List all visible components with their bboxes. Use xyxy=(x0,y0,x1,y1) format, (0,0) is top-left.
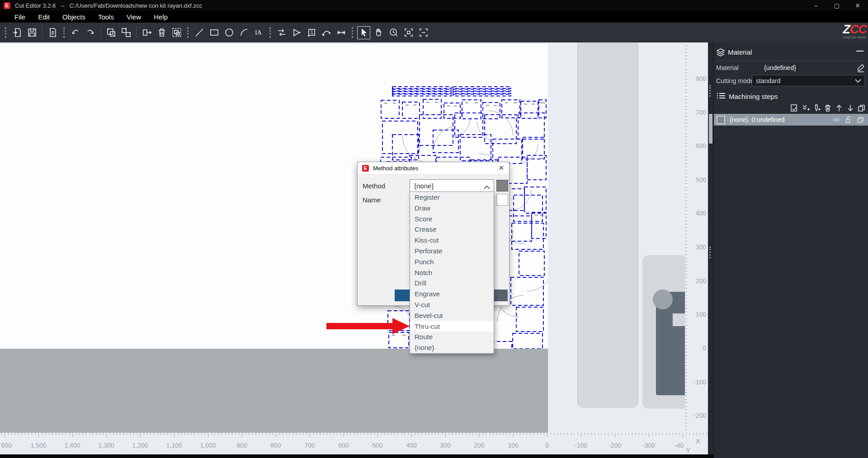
add-steps-icon[interactable] xyxy=(801,103,810,112)
pan-hand-icon[interactable] xyxy=(372,26,385,39)
method-option-perforate[interactable]: Perforate xyxy=(410,246,494,257)
delete-trash-icon[interactable] xyxy=(155,26,168,39)
minimize-button[interactable]: – xyxy=(806,0,826,11)
ruler-label-x: 1,500 xyxy=(30,442,46,449)
machine-head-tool xyxy=(653,290,673,309)
ruler-label-x: 0 xyxy=(545,442,549,449)
step-checkbox[interactable] xyxy=(717,116,725,124)
method-option-draw[interactable]: Draw xyxy=(410,203,494,214)
method-dropdown-list: RegisterDrawScoreCreaseKiss-cutPerforate… xyxy=(410,192,494,354)
draw-text-icon[interactable]: IA xyxy=(252,26,265,39)
zoom-frame-icon[interactable] xyxy=(402,26,415,39)
method-label: Method xyxy=(363,182,385,190)
material-section-header: Material xyxy=(728,48,752,56)
cutting-mode-select[interactable]: standard xyxy=(752,75,865,86)
menu-item-view[interactable]: View xyxy=(120,11,147,23)
confirm-step-icon[interactable] xyxy=(789,103,798,112)
scrollbar-thumb[interactable] xyxy=(709,114,712,144)
zcc-logo-subtitle: zund cut center xyxy=(837,36,867,39)
method-option-route[interactable]: Route xyxy=(410,332,494,342)
start-flag-icon[interactable] xyxy=(290,26,303,39)
file-report-icon[interactable] xyxy=(46,26,59,39)
zoom-page-icon[interactable] xyxy=(417,26,430,39)
ruler-label-x: 600 xyxy=(338,442,349,449)
method-option-register[interactable]: Register xyxy=(410,192,494,203)
ungroup-objects-icon[interactable] xyxy=(119,26,132,39)
vertical-scrollbar[interactable] xyxy=(708,42,713,454)
method-dropdown[interactable]: {none} xyxy=(410,179,494,192)
zcc-logo-z: Z xyxy=(843,23,850,36)
ruler-label-y: 100 xyxy=(685,311,706,318)
move-down-icon[interactable] xyxy=(846,103,855,112)
move-up-icon[interactable] xyxy=(835,103,844,112)
measure-width-icon[interactable] xyxy=(335,26,348,39)
menu-item-help[interactable]: Help xyxy=(147,11,174,23)
method-option-notch[interactable]: Notch xyxy=(410,267,494,278)
edit-material-icon[interactable] xyxy=(856,63,865,74)
edit-nodes-icon[interactable] xyxy=(320,26,333,39)
menu-item-edit[interactable]: Edit xyxy=(32,11,56,23)
method-option-drill[interactable]: Drill xyxy=(410,278,494,289)
panel-divider xyxy=(716,61,865,61)
draw-arc-icon[interactable] xyxy=(237,26,250,39)
draw-circle-icon[interactable] xyxy=(222,26,236,39)
method-option-engrave[interactable]: Engrave xyxy=(410,289,494,299)
export-object-icon[interactable] xyxy=(140,26,153,39)
method-color-swatch[interactable] xyxy=(496,180,508,192)
copy-pages-icon[interactable] xyxy=(856,115,865,125)
copy-step-icon[interactable] xyxy=(857,103,866,112)
zoom-clock-icon[interactable] xyxy=(387,26,400,39)
close-button[interactable]: ✕ xyxy=(847,0,868,11)
draw-rect-icon[interactable] xyxy=(208,26,221,39)
ruler-label-x: 300 xyxy=(440,442,450,449)
maximize-button[interactable]: ▢ xyxy=(826,0,847,11)
collapse-section-button[interactable]: — xyxy=(856,47,864,55)
sequence-number-icon[interactable]: 1 xyxy=(305,26,318,39)
ruler-label-x: -200 xyxy=(609,442,621,449)
method-option-kiss-cut[interactable]: Kiss-cut xyxy=(410,235,494,246)
ruler-label-y: 300 xyxy=(685,243,706,251)
group-objects-icon[interactable] xyxy=(104,26,118,39)
draw-line-icon[interactable] xyxy=(193,26,206,39)
add-pen-icon[interactable] xyxy=(812,103,821,112)
menu-item-objects[interactable]: Objects xyxy=(56,11,92,23)
step-row-icons xyxy=(831,115,865,125)
ruler-label-y: 700 xyxy=(685,109,706,116)
lock-open-icon[interactable] xyxy=(844,115,853,125)
window-title: Cut Editor 3.2.6 -- C:/Users/Fab/Downloa… xyxy=(15,2,202,9)
method-option-punch[interactable]: Punch xyxy=(410,257,494,267)
machining-step-row[interactable]: {none}: 0:undefined xyxy=(714,114,868,126)
method-option-none[interactable]: {none} xyxy=(410,342,494,353)
y-axis-label: Y xyxy=(686,446,690,454)
ruler-label-y: -100 xyxy=(685,379,706,386)
splitter-grip[interactable] xyxy=(709,247,711,258)
ruler-label-x: 700 xyxy=(304,442,315,449)
duplicate-frame-icon[interactable] xyxy=(170,26,183,39)
undo-icon[interactable] xyxy=(69,26,82,39)
file-save-icon[interactable] xyxy=(25,26,38,39)
dialog-title-bar[interactable]: E Method attributes xyxy=(358,162,509,174)
swap-direction-icon[interactable] xyxy=(275,26,288,39)
toolbar-drag-handle xyxy=(269,27,271,38)
redo-icon[interactable] xyxy=(84,26,97,39)
off-sheet-area xyxy=(0,349,548,433)
eye-icon[interactable] xyxy=(831,115,841,125)
ruler-label-y: 800 xyxy=(685,75,706,82)
dialog-close-icon[interactable]: ✕ xyxy=(497,164,505,172)
delete-step-icon[interactable] xyxy=(823,103,832,112)
zcc-logo-cc: CC xyxy=(850,23,867,36)
zcc-logo: ZCC zund cut center xyxy=(837,23,867,42)
splitter-grip[interactable] xyxy=(709,85,711,97)
method-option-bevel-cut[interactable]: Bevel-cut xyxy=(410,310,494,321)
file-import-icon[interactable] xyxy=(10,26,24,39)
toolbar-drag-handle xyxy=(187,27,189,38)
menu-item-file[interactable]: File xyxy=(8,11,32,23)
svg-text:1: 1 xyxy=(311,30,313,35)
name-color-swatch[interactable] xyxy=(496,194,508,206)
method-option-score[interactable]: Score xyxy=(410,214,494,224)
select-cursor-icon[interactable] xyxy=(357,26,370,39)
method-option-crease[interactable]: Crease xyxy=(410,224,494,235)
method-option-v-cut[interactable]: V-cut xyxy=(410,299,494,310)
method-option-thru-cut[interactable]: Thru-cut xyxy=(410,321,494,332)
menu-item-tools[interactable]: Tools xyxy=(92,11,120,23)
